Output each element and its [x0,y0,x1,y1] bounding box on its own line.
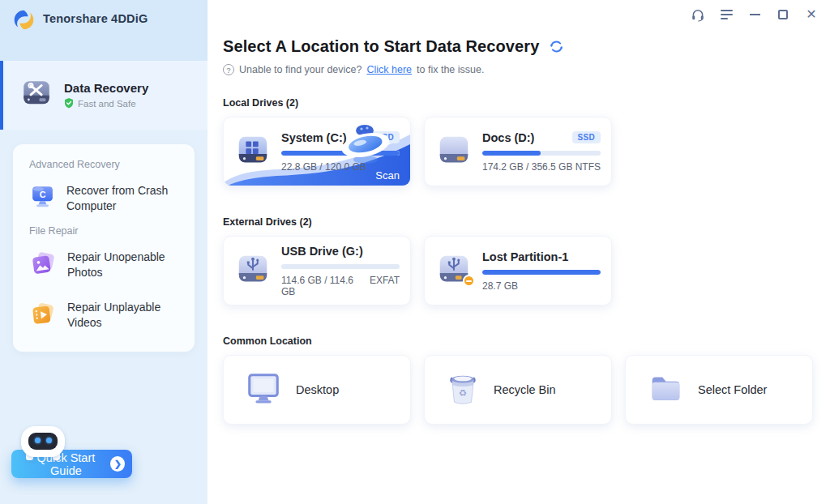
sidebar: Tenorshare 4DDiG [0,0,208,504]
window-controls: ✕ [691,7,819,22]
sidebar-item-recover-crash-computer[interactable]: C Recover from Crash Computer [23,173,185,224]
robot-mascot-icon [21,426,65,460]
sidebar-item-label: Recover from Crash Computer [66,183,180,214]
drive-usage: 174.2 GB / 356.5 GB [482,161,572,173]
question-circle-icon: ? [223,64,234,75]
help-text-suffix: to fix the issue. [417,64,484,75]
sidebar-item-repair-unopenable-photos[interactable]: Repair Unopenable Photos [23,240,185,290]
app-title: Tenorshare 4DDiG [43,9,148,25]
external-drives-label: External Drives (2) [223,216,814,228]
app-logo-icon [13,9,35,34]
app-window: Tenorshare 4DDiG [0,0,830,504]
refresh-icon[interactable] [548,39,564,55]
hdd-drive-icon [435,133,473,170]
maximize-button[interactable] [776,7,790,22]
svg-text:C: C [40,190,46,199]
location-label: Desktop [296,383,339,396]
page-title: Select A Location to Start Data Recovery [223,37,539,56]
usb-drive-lost-icon [435,252,473,289]
click-here-link[interactable]: Click here [366,64,412,75]
scan-magnifier-icon [331,119,400,171]
usage-progress-fill [482,270,601,275]
location-label: Select Folder [698,383,767,396]
close-button[interactable]: ✕ [804,7,819,22]
data-recovery-drive-icon [19,77,53,114]
drive-name: USB Drive (G:) [281,245,363,258]
local-drives-section: Local Drives (2) [223,97,814,186]
drive-card-usb-g[interactable]: USB Drive (G:) 114.6 GB / 114.6 GB EXFAT [223,236,411,305]
location-card-recycle-bin[interactable]: ♻ Recycle Bin [424,355,612,425]
usb-drive-icon [234,252,272,289]
drive-name: Lost Partition-1 [482,250,568,263]
sidebar-menu-card: Advanced Recovery C Recover from Crash C… [13,144,195,352]
help-text-prefix: Unable to find your device? [239,64,362,75]
usage-progress-bar [482,151,601,156]
sidebar-item-label: Repair Unopenable Photos [67,250,180,280]
minimize-button[interactable] [747,7,762,22]
chevron-right-icon: ❯ [110,456,125,472]
scan-button[interactable]: Scan [375,169,400,182]
drive-filesystem: EXFAT [370,275,400,297]
photo-repair-icon [29,250,57,280]
menu-icon[interactable] [719,7,734,22]
crash-computer-icon: C [29,183,56,213]
drive-name: Docs (D:) [482,131,534,144]
shield-check-icon [64,98,74,110]
common-location-section: Common Location Desktop [223,335,814,425]
usage-progress-bar [482,270,601,275]
external-drives-section: External Drives (2) [223,216,814,305]
sidebar-item-label: Data Recovery [64,81,148,95]
usage-progress-fill [482,151,541,156]
desktop-icon [245,369,282,410]
section-label-file-repair: File Repair [29,225,185,237]
drive-filesystem: NTFS [575,161,601,173]
recycle-bin-icon: ♻ [446,369,480,410]
titlebar-brand: Tenorshare 4DDiG [0,0,208,61]
support-headset-icon[interactable] [691,7,705,22]
section-label-advanced-recovery: Advanced Recovery [29,159,185,170]
drive-card-lost-partition-1[interactable]: Lost Partition-1 28.7 GB [424,236,612,305]
common-location-label: Common Location [223,335,814,347]
location-card-desktop[interactable]: Desktop [223,355,411,425]
recycle-glyph: ♻ [459,389,467,399]
folder-icon [647,369,684,410]
drive-card-system-c[interactable]: Scan [223,117,411,186]
location-label: Recycle Bin [494,383,556,396]
sidebar-item-label: Repair Unplayable Videos [67,300,180,331]
local-drives-label: Local Drives (2) [223,97,814,109]
sidebar-item-subtitle: Fast and Safe [78,99,136,109]
main-content: ✕ Select A Location to Start Data Recove… [208,0,830,504]
sidebar-item-repair-unplayable-videos[interactable]: Repair Unplayable Videos [23,290,185,340]
usage-progress-bar [281,264,400,269]
drive-card-docs-d[interactable]: Docs (D:) SSD 174.2 GB / 356.5 GB NTFS [424,117,612,186]
sidebar-item-data-recovery[interactable]: Data Recovery Fast and Safe [0,61,208,130]
ssd-badge: SSD [572,131,601,143]
lost-partition-warning-icon [463,275,475,287]
drive-usage: 28.7 GB [482,280,518,292]
drive-usage: 114.6 GB / 114.6 GB [281,275,370,297]
video-repair-icon [29,300,57,331]
location-card-select-folder[interactable]: Select Folder [625,355,813,425]
quick-start-area: Quick Start Guide ❯ [11,426,132,478]
help-row: ? Unable to find your device? Click here… [223,64,814,75]
